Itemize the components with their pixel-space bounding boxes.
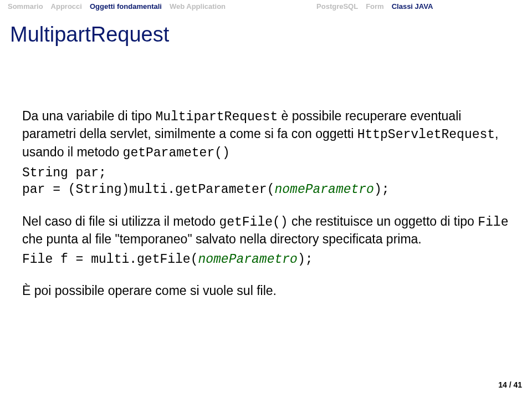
para1-code-2: HttpServletRequest (357, 128, 495, 142)
code-block-2: File f = multi.getFile(nomeParametro); (22, 251, 510, 268)
code1-emph: nomeParametro (274, 182, 374, 197)
para1-code-3: getParameter() (123, 146, 230, 160)
para2-code-1: getFile() (219, 215, 288, 230)
page-number: 14 / 41 (498, 380, 522, 389)
para2-code-2: File (478, 215, 508, 230)
code2-b: ); (298, 252, 313, 267)
paragraph-2: Nel caso di file si utilizza il metodo g… (22, 213, 510, 248)
code2-emph: nomeParametro (198, 252, 297, 267)
para1-code-1: MultipartRequest (155, 110, 278, 124)
para2-text-b: che restituisce un oggetto di tipo (288, 214, 478, 228)
para2-text-c: che punta al file "temporaneo" salvato n… (22, 232, 422, 246)
top-nav: Sommario Approcci Oggetti fondamentali W… (0, 0, 532, 13)
para1-text-a: Da una variabile di tipo (22, 109, 155, 123)
nav-item-sommario[interactable]: Sommario (8, 2, 43, 11)
code1-line1: String par; (22, 166, 106, 180)
code1-line2a: par = (String)multi.getParameter( (22, 182, 274, 197)
nav-item-oggetti[interactable]: Oggetti fondamentali (90, 2, 162, 11)
slide-title: MultipartRequest (0, 13, 532, 63)
slide-content: Da una variabile di tipo MultipartReques… (0, 63, 532, 299)
nav-item-approcci[interactable]: Approcci (51, 2, 82, 11)
nav-item-webapp[interactable]: Web Application (170, 2, 226, 11)
code-block-1: String par; par = (String)multi.getParam… (22, 165, 510, 198)
paragraph-3: È poi possibile operare come si vuole su… (22, 282, 510, 299)
nav-sub-form[interactable]: Form (366, 2, 384, 11)
code1-line2b: ); (374, 182, 390, 197)
paragraph-1: Da una variabile di tipo MultipartReques… (22, 108, 510, 161)
code2-a: File f = multi.getFile( (22, 252, 198, 267)
para2-text-a: Nel caso di file si utilizza il metodo (22, 214, 219, 228)
nav-subsections: PostgreSQL Form Classi JAVA (316, 2, 433, 11)
nav-sub-classi-java[interactable]: Classi JAVA (392, 2, 433, 11)
nav-sub-postgresql[interactable]: PostgreSQL (316, 2, 358, 11)
nav-sections: Sommario Approcci Oggetti fondamentali W… (8, 2, 226, 11)
